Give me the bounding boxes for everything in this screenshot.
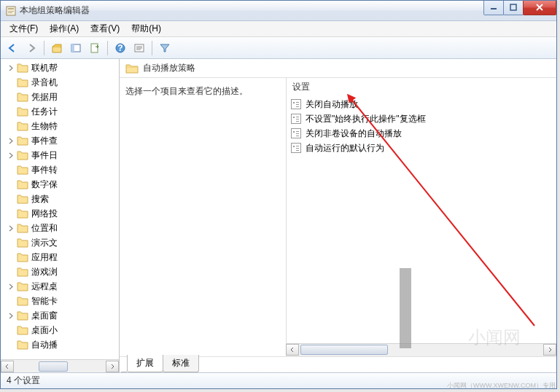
settings-header[interactable]: 设置 bbox=[287, 78, 556, 95]
tree-item[interactable]: 数字保 bbox=[1, 177, 119, 192]
settings-list: 关闭自动播放不设置"始终执行此操作"复选框关闭非卷设备的自动播放自动运行的默认行… bbox=[287, 95, 556, 343]
tree-item[interactable]: 智能卡 bbox=[1, 294, 119, 308]
title-bar: 本地组策略编辑器 bbox=[1, 1, 556, 21]
tree-item-label: 搜索 bbox=[31, 193, 49, 205]
menu-file[interactable]: 文件(F) bbox=[4, 21, 44, 36]
maximize-button[interactable] bbox=[503, 1, 524, 15]
scroll-track[interactable] bbox=[299, 344, 543, 356]
minimize-button[interactable] bbox=[483, 1, 504, 15]
tree-item[interactable]: 事件转 bbox=[1, 162, 119, 177]
folder-icon bbox=[17, 121, 28, 131]
content-hscrollbar[interactable] bbox=[286, 343, 556, 356]
svg-rect-1 bbox=[8, 8, 14, 9]
tree-item[interactable]: 生物特 bbox=[1, 119, 119, 133]
menu-view[interactable]: 查看(V) bbox=[85, 21, 125, 36]
up-button[interactable] bbox=[48, 39, 66, 57]
show-hide-tree-button[interactable] bbox=[67, 39, 85, 57]
policy-icon bbox=[291, 114, 301, 124]
folder-icon bbox=[17, 267, 28, 277]
expander-icon[interactable] bbox=[7, 282, 15, 291]
export-button[interactable] bbox=[86, 39, 104, 57]
folder-icon bbox=[17, 106, 28, 117]
folder-icon bbox=[17, 340, 28, 350]
status-bar: 4 个设置 bbox=[1, 372, 556, 388]
setting-item[interactable]: 关闭非卷设备的自动播放 bbox=[289, 126, 553, 141]
tree-item[interactable]: 凭据用 bbox=[1, 90, 119, 104]
expander-icon[interactable] bbox=[7, 63, 15, 72]
window-title: 本地组策略编辑器 bbox=[20, 4, 484, 17]
tab-extended[interactable]: 扩展 bbox=[127, 355, 163, 372]
tree-item[interactable]: 桌面窗 bbox=[1, 308, 119, 323]
expander-icon[interactable] bbox=[7, 136, 15, 145]
folder-icon bbox=[17, 252, 28, 262]
scroll-right-button[interactable] bbox=[543, 344, 556, 356]
scroll-track[interactable] bbox=[14, 361, 106, 372]
tree-item[interactable]: 录音机 bbox=[1, 75, 119, 90]
setting-item[interactable]: 自动运行的默认行为 bbox=[289, 141, 553, 155]
tree-item[interactable]: 位置和 bbox=[1, 221, 119, 235]
tree-item[interactable]: 演示文 bbox=[1, 235, 119, 250]
content-panel: 自动播放策略 选择一个项目来查看它的描述。 设置 关闭自动播放不设置"始终执行此… bbox=[120, 59, 556, 372]
tree-item[interactable]: 游戏浏 bbox=[1, 264, 119, 279]
tree-item-label: 桌面窗 bbox=[31, 310, 58, 322]
tree-item[interactable]: 应用程 bbox=[1, 250, 119, 264]
scroll-thumb[interactable] bbox=[39, 361, 68, 372]
tree-hscrollbar[interactable] bbox=[1, 359, 119, 372]
tree-item-label: 生物特 bbox=[31, 120, 58, 133]
expander-icon[interactable] bbox=[7, 311, 15, 320]
menu-help[interactable]: 帮助(H) bbox=[125, 21, 167, 36]
toolbar-separator bbox=[152, 41, 152, 55]
tree-item-label: 任务计 bbox=[31, 106, 58, 118]
filter-button[interactable] bbox=[156, 39, 174, 57]
tree-item[interactable]: 自动播 bbox=[1, 337, 119, 352]
tree-item[interactable]: 任务计 bbox=[1, 104, 119, 119]
settings-column: 设置 关闭自动播放不设置"始终执行此操作"复选框关闭非卷设备的自动播放自动运行的… bbox=[286, 78, 556, 343]
scroll-right-button[interactable] bbox=[106, 361, 119, 372]
forward-button[interactable] bbox=[23, 39, 40, 57]
svg-rect-2 bbox=[8, 11, 14, 12]
properties-button[interactable] bbox=[131, 39, 148, 57]
tree-item-label: 事件日 bbox=[31, 149, 58, 162]
tree-item[interactable]: 事件日 bbox=[1, 148, 119, 162]
folder-icon bbox=[17, 208, 28, 219]
folder-icon bbox=[17, 165, 28, 175]
toolbar-separator bbox=[44, 41, 44, 55]
tree-item[interactable]: 联机帮 bbox=[1, 60, 119, 75]
setting-item[interactable]: 不设置"始终执行此操作"复选框 bbox=[289, 111, 553, 126]
tree-item-label: 数字保 bbox=[31, 179, 58, 191]
tab-standard[interactable]: 标准 bbox=[163, 355, 199, 372]
help-button[interactable]: ? bbox=[112, 39, 129, 57]
expander-icon[interactable] bbox=[7, 224, 15, 232]
back-button[interactable] bbox=[4, 39, 21, 57]
description-text: 选择一个项目来查看它的描述。 bbox=[125, 86, 248, 96]
policy-icon bbox=[291, 143, 301, 153]
menu-bar: 文件(F) 操作(A) 查看(V) 帮助(H) bbox=[1, 21, 556, 37]
tree-item[interactable]: 桌面小 bbox=[1, 323, 119, 337]
close-button[interactable] bbox=[523, 1, 556, 15]
folder-icon bbox=[17, 150, 28, 160]
tree-item-label: 演示文 bbox=[31, 237, 58, 249]
toolbar: ? bbox=[1, 37, 556, 59]
setting-label: 关闭非卷设备的自动播放 bbox=[306, 128, 402, 140]
scroll-thumb[interactable] bbox=[300, 345, 388, 355]
expander-icon[interactable] bbox=[7, 151, 15, 160]
tree-item[interactable]: 网络投 bbox=[1, 206, 119, 221]
setting-label: 不设置"始终执行此操作"复选框 bbox=[306, 113, 426, 125]
setting-item[interactable]: 关闭自动播放 bbox=[289, 97, 553, 111]
tree-item[interactable]: 事件查 bbox=[1, 133, 119, 148]
tree-item-label: 远程桌 bbox=[31, 281, 58, 293]
folder-icon bbox=[17, 136, 28, 146]
scroll-left-button[interactable] bbox=[286, 344, 299, 356]
tabs: 扩展 标准 bbox=[120, 356, 556, 372]
tree-item[interactable]: 远程桌 bbox=[1, 279, 119, 294]
folder-icon bbox=[17, 310, 28, 321]
scroll-left-button[interactable] bbox=[1, 361, 14, 372]
menu-action[interactable]: 操作(A) bbox=[44, 21, 85, 36]
tree-item[interactable]: 搜索 bbox=[1, 192, 119, 206]
svg-rect-3 bbox=[8, 12, 12, 13]
svg-text:?: ? bbox=[117, 43, 122, 53]
tree-item-label: 游戏浏 bbox=[31, 266, 58, 278]
folder-icon bbox=[17, 63, 28, 73]
folder-icon bbox=[17, 296, 28, 306]
app-icon bbox=[5, 5, 17, 17]
